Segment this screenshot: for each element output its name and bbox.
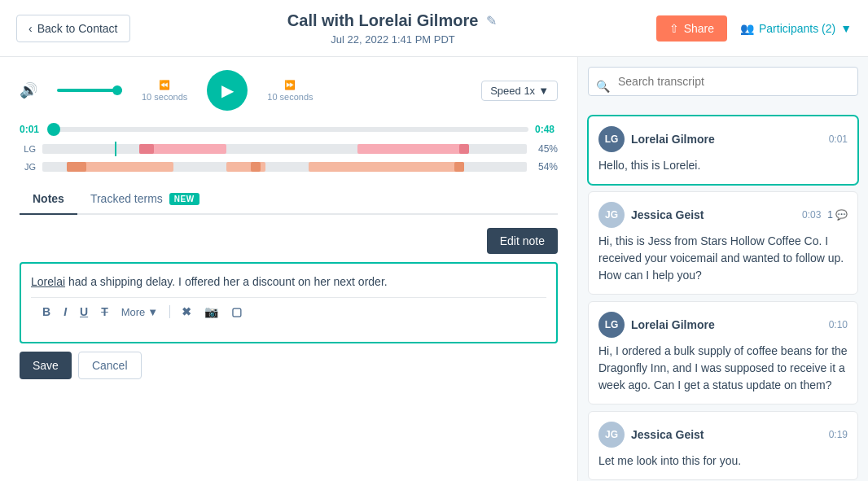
underline-button[interactable]: U bbox=[75, 303, 93, 321]
share-button[interactable]: ⇧ Share bbox=[656, 15, 727, 42]
avatar-jg-3: JG bbox=[598, 422, 625, 448]
segment-lg-2-dark bbox=[459, 144, 469, 154]
entry-time-0: 0:01 bbox=[829, 133, 848, 145]
more-label: More bbox=[121, 306, 146, 318]
volume-bar[interactable] bbox=[57, 89, 122, 92]
toolbar-separator bbox=[169, 305, 170, 318]
comment-badge-1: 1 💬 bbox=[827, 209, 848, 221]
entry-header-2: LG Lorelai Gilmore 0:10 bbox=[598, 312, 848, 338]
audio-controls: 🔊 ⏪ 10 seconds ▶ ⏩ 10 seconds Speed 1x ▼ bbox=[20, 70, 558, 111]
speed-chevron-icon: ▼ bbox=[538, 85, 549, 97]
tab-notes[interactable]: Notes bbox=[20, 184, 77, 215]
segment-jg-2-dark bbox=[251, 162, 261, 172]
avatar-lg-2: LG bbox=[598, 312, 625, 338]
entry-name-1: Jessica Geist bbox=[631, 208, 796, 221]
more-chevron-icon: ▼ bbox=[147, 306, 158, 318]
participants-button[interactable]: 👥 Participants (2) ▼ bbox=[740, 22, 852, 35]
note-section: Edit note Lorelai had a shipping delay. … bbox=[20, 228, 558, 379]
speed-button[interactable]: Speed 1x ▼ bbox=[481, 81, 558, 101]
italic-button[interactable]: I bbox=[59, 303, 72, 321]
progress-track[interactable] bbox=[49, 127, 528, 132]
speaker-row-lg: LG 45% bbox=[20, 142, 558, 156]
forward-button[interactable]: ⏩ 10 seconds bbox=[267, 80, 313, 102]
transcript-entry-2[interactable]: LG Lorelai Gilmore 0:10 Hi, I ordered a … bbox=[588, 301, 858, 404]
time-end: 0:48 bbox=[535, 124, 558, 135]
speaker-track-jg bbox=[42, 162, 527, 172]
remove-format-button[interactable]: ✖ bbox=[177, 303, 196, 321]
call-date: Jul 22, 2022 1:41 PM PDT bbox=[331, 33, 454, 46]
play-button[interactable]: ▶ bbox=[207, 70, 248, 111]
chevron-down-icon: ▼ bbox=[840, 22, 852, 35]
table-button[interactable]: ▢ bbox=[226, 303, 247, 321]
segment-jg-3 bbox=[309, 162, 463, 172]
play-icon: ▶ bbox=[221, 81, 234, 100]
bold-button[interactable]: B bbox=[37, 303, 55, 321]
note-editor[interactable]: Lorelai had a shipping delay. I offered … bbox=[20, 262, 558, 343]
save-button[interactable]: Save bbox=[20, 352, 72, 379]
search-input[interactable] bbox=[588, 67, 858, 96]
header-right: ⇧ Share 👥 Participants (2) ▼ bbox=[656, 15, 852, 42]
progress-thumb bbox=[47, 123, 60, 136]
segment-jg-1-dark bbox=[67, 162, 86, 172]
entry-header-0: LG Lorelai Gilmore 0:01 bbox=[598, 126, 848, 152]
share-label: Share bbox=[684, 22, 714, 35]
search-wrapper: 🔍 bbox=[588, 67, 858, 106]
new-badge: NEW bbox=[169, 193, 199, 205]
transcript-entry-3[interactable]: JG Jessica Geist 0:19 Let me look into t… bbox=[588, 411, 858, 480]
entry-time-2: 0:10 bbox=[829, 319, 848, 330]
speaker-rows: LG 45% JG bbox=[20, 142, 558, 174]
left-panel: 🔊 ⏪ 10 seconds ▶ ⏩ 10 seconds Speed 1x ▼… bbox=[0, 57, 578, 481]
entry-text-0: Hello, this is Lorelei. bbox=[598, 157, 848, 174]
timeline-section: 0:01 0:48 LG bbox=[20, 124, 558, 174]
participants-label: Participants (2) bbox=[759, 22, 835, 35]
segment-jg-3-dark bbox=[454, 162, 464, 172]
transcript-entry-0[interactable]: LG Lorelai Gilmore 0:01 Hello, this is L… bbox=[588, 116, 858, 185]
note-toolbar: B I U T More ▼ ✖ 📷 ▢ bbox=[31, 297, 546, 326]
entry-text-3: Let me look into this for you. bbox=[598, 453, 848, 470]
call-title: Call with Lorelai Gilmore bbox=[287, 11, 479, 30]
entry-header-3: JG Jessica Geist 0:19 bbox=[598, 422, 848, 448]
back-label: Back to Contact bbox=[37, 22, 118, 35]
tabs-row: Notes Tracked terms NEW bbox=[20, 184, 558, 215]
more-button[interactable]: More ▼ bbox=[116, 304, 164, 321]
speaker-label-jg: JG bbox=[20, 162, 36, 172]
comment-icon: 💬 bbox=[835, 209, 848, 221]
current-position-lg bbox=[115, 142, 116, 156]
forward-label: 10 seconds bbox=[267, 92, 313, 102]
back-arrow-icon: ‹ bbox=[28, 22, 33, 35]
volume-icon[interactable]: 🔊 bbox=[20, 81, 37, 99]
tab-tracked-label: Tracked terms bbox=[90, 192, 163, 205]
entry-name-0: Lorelai Gilmore bbox=[631, 133, 822, 146]
strikethrough-button[interactable]: T bbox=[96, 303, 113, 321]
cancel-button[interactable]: Cancel bbox=[78, 352, 142, 379]
transcript-entry-1[interactable]: JG Jessica Geist 0:03 1 💬 Hi, this is Je… bbox=[588, 191, 858, 295]
time-start: 0:01 bbox=[20, 124, 42, 135]
timeline-bar: 0:01 0:48 bbox=[20, 124, 558, 135]
search-icon: 🔍 bbox=[596, 80, 610, 93]
entry-name-3: Jessica Geist bbox=[631, 428, 822, 441]
main-layout: 🔊 ⏪ 10 seconds ▶ ⏩ 10 seconds Speed 1x ▼… bbox=[0, 57, 868, 481]
speaker-pct-jg: 54% bbox=[533, 161, 558, 173]
entry-header-1: JG Jessica Geist 0:03 1 💬 bbox=[598, 202, 848, 228]
speed-label: Speed 1x bbox=[490, 85, 535, 97]
note-underline-word: Lorelai bbox=[31, 275, 65, 288]
call-title-row: Call with Lorelai Gilmore ✎ bbox=[287, 11, 499, 30]
speaker-track-lg bbox=[42, 144, 527, 154]
back-to-contact-button[interactable]: ‹ Back to Contact bbox=[16, 15, 130, 42]
segment-lg-2 bbox=[357, 144, 464, 154]
image-button[interactable]: 📷 bbox=[199, 303, 223, 321]
entry-name-2: Lorelai Gilmore bbox=[631, 318, 822, 331]
tab-tracked-terms[interactable]: Tracked terms NEW bbox=[77, 184, 213, 215]
right-panel: 🔍 LG Lorelai Gilmore 0:01 Hello, this is… bbox=[578, 57, 868, 481]
rewind-button[interactable]: ⏪ 10 seconds bbox=[142, 80, 187, 102]
note-text: Lorelai had a shipping delay. I offered … bbox=[31, 273, 546, 291]
avatar-jg-1: JG bbox=[598, 202, 625, 228]
rewind-icon: ⏪ bbox=[159, 80, 170, 90]
edit-note-button[interactable]: Edit note bbox=[487, 228, 558, 254]
action-row: Save Cancel bbox=[20, 352, 558, 379]
entry-time-3: 0:19 bbox=[829, 429, 848, 440]
edit-title-button[interactable]: ✎ bbox=[484, 11, 498, 30]
speaker-pct-lg: 45% bbox=[533, 143, 558, 155]
tab-notes-label: Notes bbox=[33, 192, 64, 205]
entry-text-1: Hi, this is Jess from Stars Hollow Coffe… bbox=[598, 233, 848, 284]
